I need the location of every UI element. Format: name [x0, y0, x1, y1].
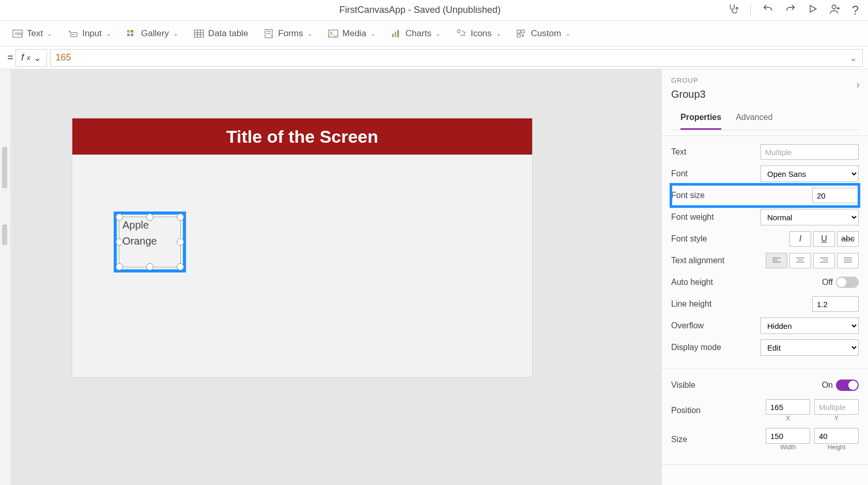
- position-label: Position: [671, 406, 701, 415]
- svg-rect-15: [397, 30, 399, 37]
- group-item-2[interactable]: Orange: [119, 233, 180, 249]
- chevron-down-icon: ⌄: [496, 30, 501, 37]
- chevron-down-icon: ⌄: [173, 30, 178, 37]
- align-center-button[interactable]: [789, 253, 811, 268]
- autoheight-toggle[interactable]: [836, 277, 859, 288]
- help-icon[interactable]: ?: [852, 3, 859, 18]
- chevron-right-icon[interactable]: ›: [856, 79, 860, 90]
- resize-handle[interactable]: [177, 214, 184, 221]
- user-icon[interactable]: [829, 3, 841, 18]
- svg-rect-8: [131, 34, 133, 36]
- fontweight-select[interactable]: Normal: [761, 209, 859, 225]
- visible-toggle[interactable]: [836, 380, 859, 391]
- size-w-sublabel: Width: [780, 444, 796, 451]
- undo-icon[interactable]: [762, 3, 773, 18]
- overflow-select[interactable]: Hidden: [761, 317, 859, 334]
- lineheight-label: Line height: [671, 299, 711, 309]
- input-icon: [68, 29, 78, 38]
- row-fontsize: Font size: [671, 185, 859, 206]
- svg-text:Abc: Abc: [14, 31, 23, 36]
- play-icon[interactable]: [808, 4, 818, 17]
- tab-properties[interactable]: Properties: [680, 107, 721, 130]
- align-right-button[interactable]: [813, 253, 835, 268]
- size-h-sublabel: Height: [828, 444, 846, 451]
- text-input[interactable]: [761, 144, 859, 160]
- screen-canvas[interactable]: Title of the Screen Apple Orange: [72, 118, 532, 377]
- textalign-buttons: [766, 253, 859, 268]
- resize-handle[interactable]: [116, 238, 123, 246]
- text-icon: Abc: [12, 29, 23, 38]
- ribbon-forms[interactable]: Forms⌄: [264, 28, 312, 39]
- position-x-input[interactable]: [766, 399, 810, 415]
- ribbon-forms-label: Forms: [278, 28, 303, 39]
- fontsize-label: Font size: [671, 191, 705, 200]
- resize-handle[interactable]: [177, 238, 184, 246]
- chevron-down-icon: ⌄: [34, 52, 41, 64]
- ribbon-input[interactable]: Input⌄: [68, 28, 111, 39]
- overflow-label: Overflow: [671, 321, 704, 330]
- ribbon-toolbar: AbcText⌄ Input⌄ Gallery⌄ Data table Form…: [0, 21, 868, 47]
- italic-button[interactable]: I: [789, 231, 811, 247]
- strikethrough-button[interactable]: abc: [837, 231, 859, 247]
- row-position: Position X Y: [671, 396, 859, 425]
- ribbon-charts[interactable]: Charts⌄: [391, 28, 441, 39]
- titlebar: FirstCanvasApp - Saved (Unpublished) ?: [0, 0, 868, 21]
- align-left-button[interactable]: [766, 253, 787, 268]
- svg-rect-19: [517, 34, 520, 37]
- formula-input[interactable]: 165 ⌄: [50, 49, 863, 67]
- row-size: Size Width Height: [671, 425, 859, 454]
- divider: [750, 5, 751, 16]
- align-justify-button[interactable]: [837, 253, 859, 268]
- resize-handle[interactable]: [146, 214, 153, 221]
- row-autoheight: Auto height Off: [671, 271, 859, 293]
- scroll-thumb[interactable]: [2, 147, 7, 188]
- props-tabs: Properties Advanced: [671, 107, 859, 130]
- size-w-input[interactable]: [766, 428, 810, 444]
- icons-icon: [456, 29, 467, 38]
- selected-group[interactable]: Apple Orange: [114, 211, 186, 272]
- equals-label: =: [5, 52, 16, 64]
- ribbon-media[interactable]: Media⌄: [328, 28, 376, 39]
- position-y-input[interactable]: [814, 399, 859, 415]
- displaymode-select[interactable]: Edit: [761, 339, 859, 356]
- row-lineheight: Line height: [671, 293, 859, 315]
- fx-indicator[interactable]: fx⌄: [16, 49, 47, 67]
- ribbon-gallery[interactable]: Gallery⌄: [127, 28, 178, 39]
- screen-title-banner[interactable]: Title of the Screen: [72, 118, 532, 155]
- ribbon-datatable[interactable]: Data table: [194, 28, 249, 39]
- ribbon-custom[interactable]: Custom⌄: [517, 28, 571, 39]
- ribbon-icons[interactable]: Icons⌄: [456, 28, 501, 39]
- chevron-down-icon: ⌄: [565, 30, 570, 37]
- redo-icon[interactable]: [785, 3, 796, 18]
- ribbon-charts-label: Charts: [406, 28, 431, 39]
- formula-value: 165: [56, 52, 71, 63]
- fontsize-input[interactable]: [812, 188, 859, 203]
- canvas-area[interactable]: Title of the Screen Apple Orange: [10, 69, 661, 485]
- resize-handle[interactable]: [116, 214, 123, 221]
- resize-handle[interactable]: [146, 263, 153, 270]
- svg-rect-5: [127, 30, 130, 33]
- tab-advanced[interactable]: Advanced: [736, 107, 772, 130]
- title-actions: ?: [727, 3, 859, 18]
- svg-rect-9: [194, 30, 204, 37]
- stethoscope-icon[interactable]: [727, 3, 739, 18]
- resize-handle[interactable]: [177, 263, 184, 270]
- resize-handle[interactable]: [116, 263, 123, 270]
- ribbon-text-label: Text: [27, 28, 43, 39]
- chevron-down-icon: ⌄: [307, 30, 313, 37]
- font-select[interactable]: Open Sans: [761, 165, 859, 182]
- underline-button[interactable]: U: [813, 231, 835, 247]
- ribbon-text[interactable]: AbcText⌄: [12, 28, 52, 39]
- scroll-thumb[interactable]: [2, 224, 7, 245]
- datatable-icon: [194, 29, 204, 38]
- properties-panel: GROUP Group3 › Properties Advanced Text …: [661, 69, 868, 485]
- lineheight-input[interactable]: [812, 296, 859, 312]
- chevron-down-icon: ⌄: [370, 30, 376, 37]
- pos-y-sublabel: Y: [834, 415, 839, 422]
- visible-label: Visible: [671, 381, 695, 390]
- fontstyle-label: Font style: [671, 234, 707, 244]
- media-icon: [328, 29, 338, 38]
- size-h-input[interactable]: [814, 428, 859, 444]
- left-gutter: [0, 69, 10, 485]
- displaymode-label: Display mode: [671, 343, 721, 352]
